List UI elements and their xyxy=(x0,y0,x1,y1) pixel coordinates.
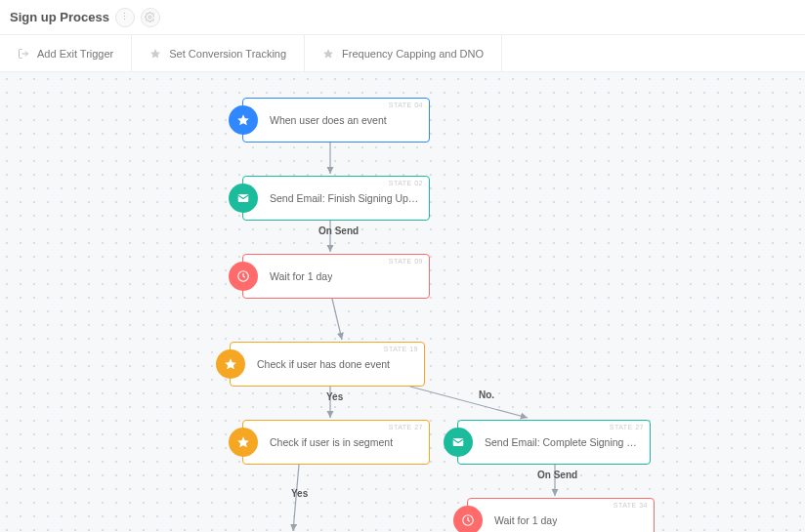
exit-icon xyxy=(18,48,29,60)
svg-line-8 xyxy=(410,387,528,418)
toolbar: Add Exit Trigger Set Conversion Tracking… xyxy=(0,35,805,72)
node-label: Check if user has done event xyxy=(257,358,390,370)
svg-line-6 xyxy=(332,299,342,340)
node-wait-1-day-2[interactable]: Wait for 1 day STATE 34 xyxy=(467,498,655,532)
toolbar-label: Add Exit Trigger xyxy=(37,48,113,60)
page-title: Sign up Process xyxy=(10,10,109,24)
mail-icon xyxy=(444,428,473,457)
node-send-email-finish[interactable]: Send Email: Finish Signing Up Now STATE … xyxy=(242,176,430,221)
node-check-event[interactable]: Check if user has done event STATE 19 xyxy=(230,342,425,387)
star-icon xyxy=(229,105,258,135)
gear-icon xyxy=(145,12,155,22)
frequency-capping-button[interactable]: Frequency Capping and DNO xyxy=(305,35,502,71)
edge-label-no: No. xyxy=(479,389,494,400)
toolbar-label: Set Conversion Tracking xyxy=(169,48,286,60)
toolbar-label: Frequency Capping and DNO xyxy=(342,48,484,60)
node-state-tag: STATE 02 xyxy=(389,180,423,186)
node-state-tag: STATE 27 xyxy=(610,424,644,430)
node-label: Send Email: Finish Signing Up Now xyxy=(270,192,421,204)
workflow-canvas[interactable]: On Send Yes No. Yes On Send When user do… xyxy=(0,72,805,532)
node-label: Wait for 1 day xyxy=(494,514,557,526)
node-wait-1-day[interactable]: Wait for 1 day STATE 09 xyxy=(242,254,430,299)
node-send-email-complete[interactable]: Send Email: Complete Signing Up.. STATE … xyxy=(457,420,651,465)
star-icon xyxy=(149,48,161,60)
edge-label-yes-1: Yes xyxy=(326,391,343,402)
node-label: Check if user is in segment xyxy=(270,436,393,448)
svg-marker-2 xyxy=(150,49,160,59)
mail-icon xyxy=(229,184,258,213)
star-icon xyxy=(216,349,245,379)
star-icon xyxy=(229,428,258,457)
clock-icon xyxy=(453,506,483,532)
svg-marker-15 xyxy=(237,436,249,447)
kebab-icon: ⋮ xyxy=(120,13,129,21)
svg-marker-11 xyxy=(237,114,249,125)
edge-label-yes-2: Yes xyxy=(291,488,308,499)
page-menu-button[interactable]: ⋮ xyxy=(115,8,135,27)
gear-button[interactable] xyxy=(141,8,160,27)
node-state-tag: STATE 34 xyxy=(614,502,648,509)
svg-marker-14 xyxy=(225,358,236,369)
svg-marker-3 xyxy=(323,49,333,59)
header-bar: Sign up Process ⋮ xyxy=(0,0,805,35)
node-trigger-event[interactable]: When user does an event STATE 04 xyxy=(242,98,430,143)
edge-label-on-send-2: On Send xyxy=(537,470,577,480)
edge-label-on-send-1: On Send xyxy=(318,225,359,236)
set-conversion-tracking-button[interactable]: Set Conversion Tracking xyxy=(132,35,305,71)
node-label: Send Email: Complete Signing Up.. xyxy=(485,436,642,448)
svg-point-0 xyxy=(149,16,152,19)
add-exit-trigger-button[interactable]: Add Exit Trigger xyxy=(0,35,132,71)
star-icon xyxy=(322,48,334,60)
node-label: When user does an event xyxy=(270,114,387,126)
node-state-tag: STATE 19 xyxy=(384,346,418,352)
node-label: Wait for 1 day xyxy=(270,270,332,282)
node-state-tag: STATE 27 xyxy=(389,424,423,430)
node-state-tag: STATE 04 xyxy=(389,102,423,108)
node-state-tag: STATE 09 xyxy=(389,258,423,265)
node-check-segment[interactable]: Check if user is in segment STATE 27 xyxy=(242,420,430,465)
clock-icon xyxy=(229,262,258,291)
